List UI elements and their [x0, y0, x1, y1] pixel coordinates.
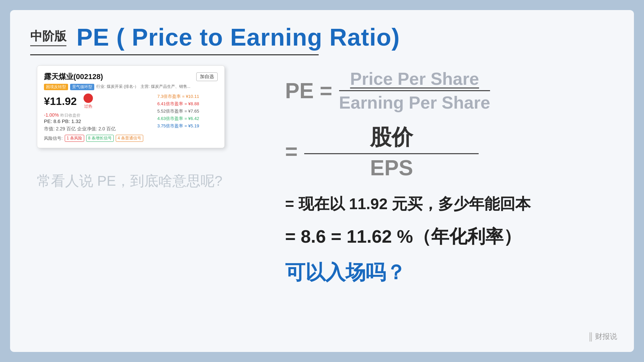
pe-item-5: 3.75倍市盈率 = ¥5.19 — [157, 123, 218, 129]
content-area: 露天煤业(002128) 加自选 困境反转型 景气循环型 行业: 煤炭开采 (排… — [30, 65, 614, 286]
fraction-en: Price Per Share Earning Per Share — [339, 69, 490, 113]
watermark: ∥ 财报说 — [588, 331, 617, 342]
result-line-1: = 现在以 11.92 元买，多少年能回本 — [285, 194, 614, 215]
header-divider — [30, 54, 319, 55]
tag-cycle: 景气循环型 — [70, 84, 94, 90]
right-panel: PE = Price Per Share Earning Per Share =… — [285, 65, 614, 286]
header: 中阶版 PE ( Price to Earning Ratio) — [30, 23, 614, 51]
fraction-cn: 股价 EPS — [304, 123, 479, 180]
equals-sign-cn: = — [285, 139, 298, 164]
tag-industry: 行业: 煤炭开采 (排名-） — [96, 84, 139, 90]
market-row: 市值: 2.29 百亿 企业净值: 2.0 百亿 — [44, 126, 154, 132]
pe-equals-label: PE = — [285, 78, 332, 103]
fraction-denominator-en: Earning Per Share — [339, 93, 490, 113]
hot-indicator: 过热 — [84, 94, 93, 109]
hot-dot — [84, 94, 93, 103]
risk-tag-3: 4 条普通信号 — [116, 135, 143, 142]
watermark-slash: ∥ — [588, 331, 593, 342]
fraction-numerator-cn: 股价 — [370, 123, 413, 152]
pe-item-3: 5.52倍市盈率 = ¥7.65 — [157, 108, 218, 114]
pe-pb-row: PE: 8.6 PB: 1.32 — [44, 118, 154, 124]
badge: 中阶版 — [30, 28, 66, 46]
fraction-line-1 — [339, 90, 490, 91]
question-entry: 可以入场吗？ — [285, 259, 614, 286]
pe-item-4: 4.63倍市盈率 = ¥6.42 — [157, 116, 218, 122]
add-to-watchlist-button[interactable]: 加自选 — [196, 72, 218, 81]
watermark-text: 财报说 — [595, 331, 617, 342]
badge-label: 中阶版 — [30, 28, 66, 45]
badge-underline — [30, 45, 66, 46]
card-body: ¥11.92 过热 -1.00% 昨日收盘价 PE: 8.6 PB: 1.32 … — [44, 94, 218, 142]
result-line-2: = 8.6 = 11.62 %（年化利率） — [285, 225, 614, 249]
pe-multiplier-list: 7.3倍市盈率 = ¥10.11 6.41倍市盈率 = ¥8.88 5.52倍市… — [157, 94, 218, 142]
stock-price-row: ¥11.92 过热 — [44, 94, 154, 109]
stock-card-header: 露天煤业(002128) 加自选 — [44, 72, 218, 82]
risk-row: 风险信号: 1 条风险 8 条增长信号 4 条普通信号 — [44, 135, 154, 142]
stock-name: 露天煤业(002128) — [44, 72, 103, 82]
risk-tag-1: 1 条风险 — [65, 135, 84, 142]
left-panel: 露天煤业(002128) 加自选 困境反转型 景气循环型 行业: 煤炭开采 (排… — [30, 65, 265, 286]
main-title: PE ( Price to Earning Ratio) — [76, 23, 400, 51]
stock-tags: 困境反转型 景气循环型 行业: 煤炭开采 (排名-） 主营: 煤炭产品生产、销售… — [44, 84, 218, 90]
price-change-row: -1.00% 昨日收盘价 — [44, 112, 154, 118]
slide: 中阶版 PE ( Price to Earning Ratio) 露天煤业(00… — [10, 10, 634, 352]
pe-item-1: 7.3倍市盈率 = ¥10.11 — [157, 94, 218, 100]
risk-tag-2: 8 条增长信号 — [86, 135, 114, 142]
formula-block-1: PE = Price Per Share Earning Per Share — [285, 69, 614, 113]
formula-block-2: = 股价 EPS — [285, 123, 614, 180]
pe-item-2: 6.41倍市盈率 = ¥8.88 — [157, 101, 218, 107]
price-change: -1.00% — [44, 112, 59, 118]
tag-reversal: 困境反转型 — [44, 84, 68, 90]
question-intro: 常看人说 PE，到底啥意思呢? — [37, 172, 265, 190]
stock-price: ¥11.92 — [44, 95, 77, 108]
tag-main: 主营: 煤炭产品生产、销售... — [141, 84, 191, 90]
fraction-denominator-cn: EPS — [370, 156, 413, 180]
hot-label: 过热 — [84, 104, 92, 109]
stock-card: 露天煤业(002128) 加自选 困境反转型 景气循环型 行业: 煤炭开采 (排… — [37, 65, 225, 148]
fraction-numerator-en: Price Per Share — [350, 69, 479, 89]
card-left: ¥11.92 过热 -1.00% 昨日收盘价 PE: 8.6 PB: 1.32 … — [44, 94, 154, 142]
price-change-sub: 昨日收盘价 — [60, 113, 80, 118]
fraction-line-2 — [304, 153, 479, 154]
risk-label: 风险信号: — [44, 135, 63, 141]
